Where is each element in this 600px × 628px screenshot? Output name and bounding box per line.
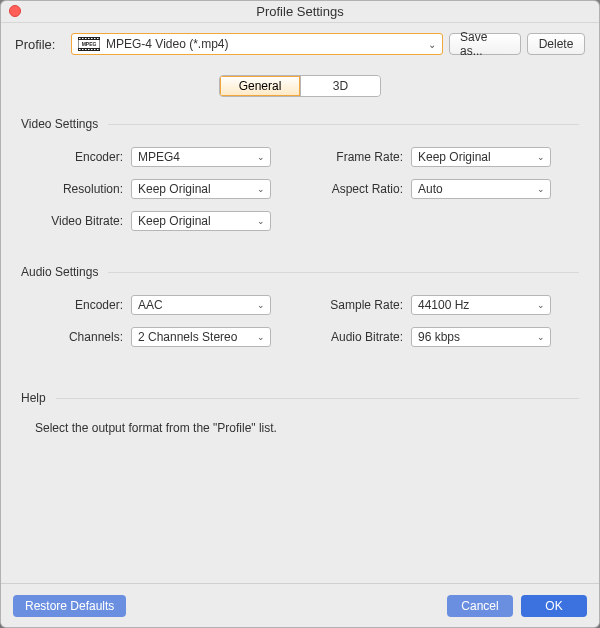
svg-rect-16 (97, 49, 99, 50)
chevron-down-icon: ⌄ (257, 216, 265, 226)
video-settings-group: Video Settings Encoder: MPEG4 ⌄ Frame Ra… (21, 117, 579, 231)
aspect-ratio-label: Aspect Ratio: (311, 182, 411, 196)
chevron-down-icon: ⌄ (257, 184, 265, 194)
sample-rate-label: Sample Rate: (311, 298, 411, 312)
cancel-button[interactable]: Cancel (447, 595, 513, 617)
tab-general[interactable]: General (220, 76, 300, 96)
video-encoder-select[interactable]: MPEG4 ⌄ (131, 147, 271, 167)
close-window-button[interactable] (9, 5, 21, 17)
save-as-button[interactable]: Save as... (449, 33, 521, 55)
video-encoder-label: Encoder: (31, 150, 131, 164)
delete-button[interactable]: Delete (527, 33, 585, 55)
audio-bitrate-label: Audio Bitrate: (311, 330, 411, 344)
chevron-down-icon: ⌄ (537, 300, 545, 310)
profile-row: Profile: MPEG MPEG-4 Video (*.mp4) ⌄ (15, 33, 585, 55)
svg-rect-14 (91, 49, 93, 50)
chevron-down-icon: ⌄ (537, 152, 545, 162)
audio-settings-title: Audio Settings (21, 265, 98, 279)
chevron-down-icon: ⌄ (537, 184, 545, 194)
frame-rate-select[interactable]: Keep Original ⌄ (411, 147, 551, 167)
svg-rect-15 (94, 49, 96, 50)
video-bitrate-label: Video Bitrate: (31, 214, 131, 228)
sample-rate-select[interactable]: 44100 Hz ⌄ (411, 295, 551, 315)
audio-encoder-label: Encoder: (31, 298, 131, 312)
help-group: Help Select the output format from the "… (21, 391, 579, 435)
ok-button[interactable]: OK (521, 595, 587, 617)
content: Profile: MPEG MPEG-4 Video (*.mp4) ⌄ (1, 23, 599, 583)
audio-bitrate-select[interactable]: 96 kbps ⌄ (411, 327, 551, 347)
titlebar: Profile Settings (1, 1, 599, 23)
svg-rect-8 (94, 38, 96, 39)
profile-label: Profile: (15, 37, 65, 52)
profile-selected-value: MPEG-4 Video (*.mp4) (106, 37, 229, 51)
footer: Restore Defaults Cancel OK (1, 583, 599, 627)
audio-encoder-select[interactable]: AAC ⌄ (131, 295, 271, 315)
chevron-down-icon: ⌄ (428, 39, 436, 50)
svg-rect-6 (88, 38, 90, 39)
help-title: Help (21, 391, 46, 405)
audio-settings-group: Audio Settings Encoder: AAC ⌄ Sample Rat… (21, 265, 579, 347)
chevron-down-icon: ⌄ (257, 152, 265, 162)
resolution-select[interactable]: Keep Original ⌄ (131, 179, 271, 199)
svg-rect-13 (88, 49, 90, 50)
svg-rect-11 (82, 49, 84, 50)
channels-select[interactable]: 2 Channels Stereo ⌄ (131, 327, 271, 347)
aspect-ratio-select[interactable]: Auto ⌄ (411, 179, 551, 199)
tab-3d[interactable]: 3D (300, 76, 380, 96)
chevron-down-icon: ⌄ (257, 332, 265, 342)
svg-rect-7 (91, 38, 93, 39)
profile-select[interactable]: MPEG MPEG-4 Video (*.mp4) ⌄ (71, 33, 443, 55)
svg-rect-5 (85, 38, 87, 39)
svg-rect-10 (79, 49, 81, 50)
chevron-down-icon: ⌄ (257, 300, 265, 310)
help-text: Select the output format from the "Profi… (35, 421, 573, 435)
resolution-label: Resolution: (31, 182, 131, 196)
frame-rate-label: Frame Rate: (311, 150, 411, 164)
svg-rect-3 (79, 38, 81, 39)
video-settings-title: Video Settings (21, 117, 98, 131)
svg-rect-12 (85, 49, 87, 50)
window-title: Profile Settings (256, 4, 343, 19)
video-bitrate-select[interactable]: Keep Original ⌄ (131, 211, 271, 231)
svg-text:MPEG: MPEG (82, 41, 97, 47)
svg-rect-9 (97, 38, 99, 39)
tab-bar: General 3D (15, 75, 585, 97)
channels-label: Channels: (31, 330, 131, 344)
svg-rect-4 (82, 38, 84, 39)
window-controls (9, 5, 61, 17)
restore-defaults-button[interactable]: Restore Defaults (13, 595, 126, 617)
mpeg-format-icon: MPEG (78, 37, 100, 51)
chevron-down-icon: ⌄ (537, 332, 545, 342)
window: Profile Settings Profile: MPEG MPEG-4 Vi… (0, 0, 600, 628)
